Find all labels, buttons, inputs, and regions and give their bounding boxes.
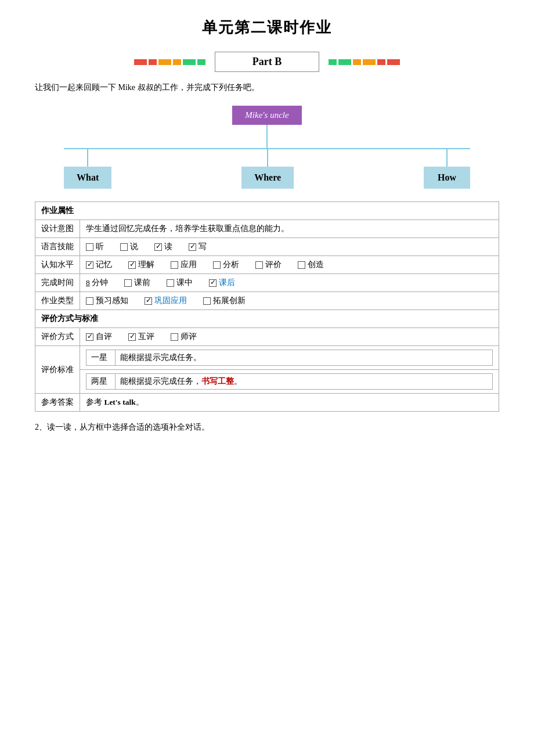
eval-star2-inner-row: 两星 能根据提示完成任务，书写工整。 xyxy=(86,374,493,390)
part-b-label: Part B xyxy=(215,52,319,72)
deco-block xyxy=(173,59,181,65)
lang-skill-content: 听 说 读 写 xyxy=(80,238,499,256)
eval-star2-desc: 能根据提示完成任务，书写工整。 xyxy=(116,374,493,390)
cb-yingyong: 应用 xyxy=(171,260,197,270)
cb-chuangzao-label: 创造 xyxy=(308,260,324,270)
design-intent-row: 设计意图 学生通过回忆完成任务，培养学生获取重点信息的能力。 xyxy=(35,220,499,238)
cb-gonggu-label: 巩固应用 xyxy=(154,296,187,306)
cb-ting-box xyxy=(86,243,93,251)
reference-end: 。 xyxy=(136,398,144,406)
deco-block xyxy=(329,59,337,65)
mindmap-root: Mike's uncle xyxy=(232,106,301,125)
cb-chuangzao-box xyxy=(298,261,305,269)
cb-kezhong-box xyxy=(167,279,174,287)
eval-method-label: 评价方式 xyxy=(35,328,80,346)
branch-row: What Where How xyxy=(64,149,470,189)
cb-keqian-label: 课前 xyxy=(134,278,150,288)
cb-shuo-box xyxy=(120,243,128,251)
cb-jiyi-label: 记忆 xyxy=(96,260,112,270)
cb-shiping-label: 师评 xyxy=(181,332,197,342)
cb-shuo: 说 xyxy=(120,242,138,252)
cb-zipinag: 自评 xyxy=(86,332,112,342)
cb-kezhong: 课中 xyxy=(167,278,193,288)
type-row: 作业类型 预习感知 巩固应用 拓展创新 xyxy=(35,292,499,310)
cb-gonggu: 巩固应用 xyxy=(145,296,187,306)
cb-yuxigan-box xyxy=(86,297,93,305)
eval-star2-star: 两星 xyxy=(86,374,116,390)
design-intent-content: 学生通过回忆完成任务，培养学生获取重点信息的能力。 xyxy=(80,220,499,238)
cb-kehou: 课后 xyxy=(209,278,235,288)
deco-block xyxy=(134,59,147,65)
branch-what: What xyxy=(64,149,111,189)
deco-right xyxy=(329,59,400,65)
eval-method-checkboxes: 自评 互评 师评 xyxy=(86,332,493,342)
lang-skill-checkboxes: 听 说 读 写 xyxy=(86,242,493,252)
deco-block xyxy=(149,59,157,65)
eval-method-content: 自评 互评 师评 xyxy=(80,328,499,346)
eval-star1-inner-row: 一星 能根据提示完成任务。 xyxy=(86,350,493,366)
cb-keqian-box xyxy=(124,279,132,287)
cb-jiyi: 记忆 xyxy=(86,260,112,270)
branch-vert-how xyxy=(446,149,448,167)
deco-left xyxy=(134,59,205,65)
section2-header-row: 评价方式与标准 xyxy=(35,310,499,328)
reference-content: 参考 Let's talk。 xyxy=(80,394,499,412)
branch-where: Where xyxy=(241,149,294,189)
deco-block xyxy=(363,59,376,65)
section1-header-row: 作业属性 xyxy=(35,202,499,220)
type-content: 预习感知 巩固应用 拓展创新 xyxy=(80,292,499,310)
cb-gonggu-box xyxy=(145,297,152,305)
cb-yuxigan-label: 预习感知 xyxy=(96,296,128,306)
cb-pingjia: 评价 xyxy=(255,260,282,270)
cb-fenxi: 分析 xyxy=(213,260,239,270)
cb-jiyi-box xyxy=(86,261,93,269)
cb-ting: 听 xyxy=(86,242,104,252)
mindmap: Mike's uncle What Where How xyxy=(35,106,499,189)
section1-header-cell: 作业属性 xyxy=(35,202,499,220)
cb-fenxi-label: 分析 xyxy=(223,260,239,270)
type-checkboxes: 预习感知 巩固应用 拓展创新 xyxy=(86,296,493,306)
cb-ziping-label: 自评 xyxy=(96,332,112,342)
cb-xie-label: 写 xyxy=(199,242,207,252)
cognition-content: 记忆 理解 应用 分析 评价 xyxy=(80,256,499,274)
time-unit: 分钟 xyxy=(92,278,108,288)
cb-kehou-label: 课后 xyxy=(219,278,235,288)
time-minutes: 8 分钟 xyxy=(86,278,108,288)
page-title: 单元第二课时作业 xyxy=(35,17,499,38)
eval-star1-row: 评价标准 一星 能根据提示完成任务。 xyxy=(35,346,499,370)
eval-star1-content: 一星 能根据提示完成任务。 xyxy=(80,346,499,370)
branch-vert-where xyxy=(267,149,268,167)
lang-skill-row: 语言技能 听 说 读 写 xyxy=(35,238,499,256)
branch-vert-what xyxy=(87,149,88,167)
cb-du: 读 xyxy=(154,242,172,252)
cb-shiping-box xyxy=(171,333,178,341)
reference-bold: Let's talk xyxy=(104,398,135,406)
time-label: 完成时间 xyxy=(35,274,80,292)
reference-value: 参考 xyxy=(86,398,104,406)
cb-tuozhan-box xyxy=(203,297,211,305)
deco-block xyxy=(353,59,361,65)
instruction2: 2、读一读，从方框中选择合适的选项补全对话。 xyxy=(35,422,499,433)
vert-connector xyxy=(266,125,268,148)
eval-star2-row: 两星 能根据提示完成任务，书写工整。 xyxy=(35,370,499,394)
branch-box-where: Where xyxy=(241,167,294,189)
cb-ting-label: 听 xyxy=(96,242,104,252)
cb-pingjia-box xyxy=(255,261,263,269)
design-intent-label: 设计意图 xyxy=(35,220,80,238)
cb-xie: 写 xyxy=(189,242,207,252)
deco-block xyxy=(377,59,385,65)
cb-keqian: 课前 xyxy=(124,278,150,288)
cb-tuozhan: 拓展创新 xyxy=(203,296,246,306)
time-value: 8 xyxy=(86,278,90,287)
eval-star2-content: 两星 能根据提示完成任务，书写工整。 xyxy=(80,370,499,394)
cb-ziping-box xyxy=(86,333,93,341)
cb-shiping: 师评 xyxy=(171,332,197,342)
branch-how: How xyxy=(424,149,470,189)
cb-tuozhan-label: 拓展创新 xyxy=(213,296,246,306)
cb-huping-box xyxy=(128,333,136,341)
cb-yingyong-label: 应用 xyxy=(181,260,197,270)
part-b-header: Part B xyxy=(35,52,499,72)
time-row: 完成时间 8 分钟 课前 课中 课后 xyxy=(35,274,499,292)
cb-huping-label: 互评 xyxy=(138,332,154,342)
cb-yuxigan: 预习感知 xyxy=(86,296,128,306)
